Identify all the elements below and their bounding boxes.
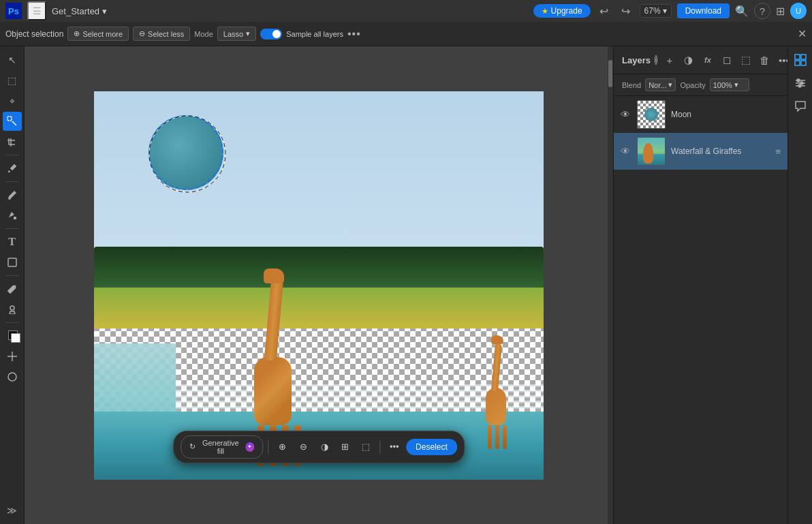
gen-fill-icon: ↻ bbox=[189, 442, 196, 451]
toolbar-close-button[interactable]: ✕ bbox=[798, 27, 807, 40]
apps-grid-button[interactable]: ⊞ bbox=[776, 5, 785, 18]
layer-visibility-moon[interactable]: 👁 bbox=[621, 109, 631, 120]
zoom-level: 67% bbox=[644, 6, 661, 16]
background-color-circle[interactable] bbox=[3, 367, 22, 386]
select-less-label: Select less bbox=[148, 30, 184, 38]
svg-rect-2 bbox=[14, 217, 16, 219]
select-less-minus-icon: ⊖ bbox=[139, 29, 145, 38]
stamp-tool[interactable] bbox=[3, 300, 22, 319]
help-button[interactable]: ? bbox=[754, 3, 770, 19]
text-tool[interactable]: T bbox=[3, 232, 22, 251]
search-button[interactable]: 🔍 bbox=[735, 5, 749, 18]
expand-selection-button[interactable]: ⬚ bbox=[357, 437, 375, 457]
layer-name-moon: Moon bbox=[671, 110, 691, 119]
svg-rect-12 bbox=[795, 61, 800, 65]
svg-rect-3 bbox=[8, 258, 16, 266]
deselect-button[interactable]: Deselect bbox=[406, 439, 457, 455]
main-content: ↖ ⬚ ⌖ T bbox=[0, 46, 812, 524]
toggle-knob bbox=[272, 30, 281, 38]
tool-name-label: Object selection bbox=[5, 29, 63, 39]
redo-button[interactable]: ↪ bbox=[618, 3, 634, 19]
moon-circle bbox=[149, 115, 223, 190]
download-button[interactable]: Download bbox=[677, 3, 730, 18]
layer-name-waterfall: Waterfall & Giraffes bbox=[671, 147, 741, 156]
blend-mode-arrow: ▾ bbox=[668, 80, 672, 89]
eyedropper-tool[interactable] bbox=[3, 159, 22, 178]
canvas-scrollbar-thumb[interactable] bbox=[608, 60, 612, 87]
avatar[interactable]: U bbox=[790, 3, 807, 19]
layer-item-waterfall[interactable]: 👁 Waterfall & Giraffes ≡ bbox=[614, 133, 787, 170]
opacity-value: 100% bbox=[713, 81, 732, 89]
mask-button[interactable]: ◻ bbox=[719, 52, 735, 68]
gen-fill-label: Generative fill bbox=[199, 439, 242, 455]
svg-rect-10 bbox=[795, 55, 800, 59]
properties-panel-button[interactable] bbox=[791, 50, 810, 70]
intersect-selection-button[interactable]: ◑ bbox=[315, 437, 334, 457]
undo-button[interactable]: ↩ bbox=[596, 3, 612, 19]
svg-point-19 bbox=[798, 84, 801, 87]
fx-button[interactable]: fx bbox=[700, 52, 716, 68]
layer-settings-icon[interactable]: ≡ bbox=[775, 147, 781, 157]
canvas-wrapper: ↻ Generative fill ✦ ⊕ ⊖ ◑ ⊞ ⬚ ••• Desele… bbox=[94, 91, 544, 480]
float-divider-1 bbox=[268, 440, 269, 454]
lasso-tool[interactable]: ⌖ bbox=[3, 91, 22, 110]
pen-tool[interactable] bbox=[3, 279, 22, 298]
giraffe-head bbox=[264, 268, 284, 283]
transform-selection-button[interactable]: ⊕ bbox=[273, 437, 292, 457]
canvas-area[interactable]: ↻ Generative fill ✦ ⊕ ⊖ ◑ ⊞ ⬚ ••• Desele… bbox=[25, 46, 613, 524]
file-name-arrow: ▾ bbox=[102, 6, 107, 16]
crop-tool[interactable] bbox=[3, 132, 22, 151]
select-more-button[interactable]: ⊕ Select more bbox=[67, 27, 129, 41]
adjust-layer-button[interactable]: ◑ bbox=[681, 52, 697, 68]
layers-info-icon[interactable]: i bbox=[655, 55, 657, 65]
svg-point-1 bbox=[8, 197, 11, 200]
generative-fill-button[interactable]: ↻ Generative fill ✦ bbox=[181, 435, 263, 459]
giraffe-small-legs bbox=[488, 425, 507, 449]
opacity-arrow: ▾ bbox=[734, 80, 738, 89]
upgrade-label: Upgrade bbox=[551, 6, 582, 16]
shape-tool[interactable] bbox=[3, 253, 22, 272]
paint-bucket-tool[interactable] bbox=[3, 206, 22, 225]
grass-layer bbox=[94, 288, 544, 328]
delete-layer-button[interactable]: 🗑 bbox=[757, 52, 773, 68]
giraffe-small-body bbox=[486, 388, 506, 425]
hamburger-menu[interactable]: ☰ bbox=[27, 1, 46, 20]
select-less-button[interactable]: ⊖ Select less bbox=[133, 27, 190, 41]
upgrade-button[interactable]: ★ Upgrade bbox=[533, 4, 591, 18]
brush-tool[interactable] bbox=[3, 185, 22, 204]
top-bar: Ps ☰ Get_Started ▾ ★ Upgrade ↩ ↪ 67% ▾ D… bbox=[0, 0, 812, 22]
dodge-tool[interactable] bbox=[3, 347, 22, 366]
svg-point-4 bbox=[10, 306, 14, 310]
group-layers-button[interactable]: ⬚ bbox=[738, 52, 754, 68]
layer-controls: Blend Nor... ▾ Opacity 100% ▾ bbox=[614, 74, 787, 96]
more-tools-button[interactable]: ≫ bbox=[3, 501, 22, 520]
svg-point-7 bbox=[8, 373, 16, 381]
ps-logo: Ps bbox=[5, 3, 22, 19]
layer-item-moon[interactable]: 👁 Moon bbox=[614, 96, 787, 133]
float-divider-2 bbox=[380, 440, 381, 454]
toolbar-more-button[interactable]: ••• bbox=[347, 28, 361, 40]
comments-panel-button[interactable] bbox=[791, 97, 810, 116]
sample-layers-toggle[interactable] bbox=[260, 29, 282, 40]
lasso-arrow-icon: ▾ bbox=[246, 29, 250, 38]
grid-selection-button[interactable]: ⊞ bbox=[336, 437, 354, 457]
selection-tool[interactable]: ⬚ bbox=[3, 71, 22, 90]
lasso-mode-select[interactable]: Lasso ▾ bbox=[217, 27, 256, 41]
subtract-selection-button[interactable]: ⊖ bbox=[294, 437, 313, 457]
adjustments-panel-button[interactable] bbox=[791, 74, 810, 93]
move-tool[interactable]: ↖ bbox=[3, 50, 22, 70]
blend-mode-value: Nor... bbox=[649, 81, 666, 89]
select-more-plus-icon: ⊕ bbox=[74, 29, 80, 38]
opacity-select[interactable]: 100% ▾ bbox=[710, 78, 749, 91]
layers-panel-actions: + ◑ fx ◻ ⬚ 🗑 ••• bbox=[661, 52, 792, 68]
add-layer-button[interactable]: + bbox=[661, 52, 678, 68]
object-selection-tool[interactable] bbox=[3, 112, 22, 131]
foreground-color[interactable] bbox=[3, 326, 22, 345]
zoom-control[interactable]: 67% ▾ bbox=[640, 4, 672, 18]
layer-visibility-waterfall[interactable]: 👁 bbox=[621, 146, 631, 157]
more-float-button[interactable]: ••• bbox=[385, 437, 403, 457]
svg-point-17 bbox=[797, 79, 800, 82]
blend-mode-select[interactable]: Nor... ▾ bbox=[645, 78, 676, 91]
layers-panel-header: Layers i + ◑ fx ◻ ⬚ 🗑 ••• bbox=[614, 46, 787, 74]
canvas-scrollbar-vertical[interactable] bbox=[608, 46, 613, 524]
